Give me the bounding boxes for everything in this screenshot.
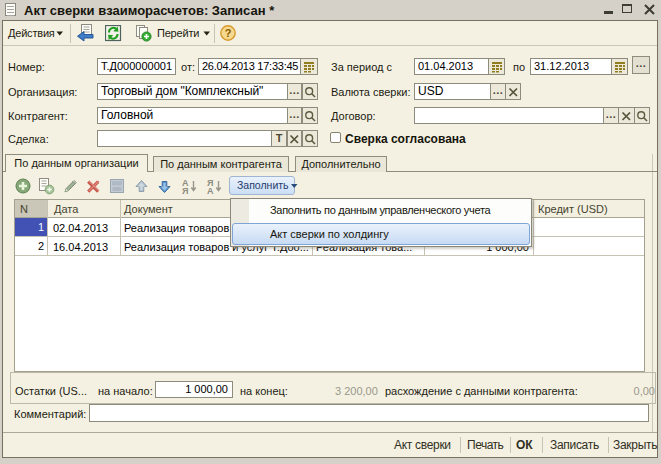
svg-text:Я: Я (182, 186, 188, 195)
svg-text:?: ? (225, 27, 232, 39)
svg-text:А: А (207, 186, 214, 195)
